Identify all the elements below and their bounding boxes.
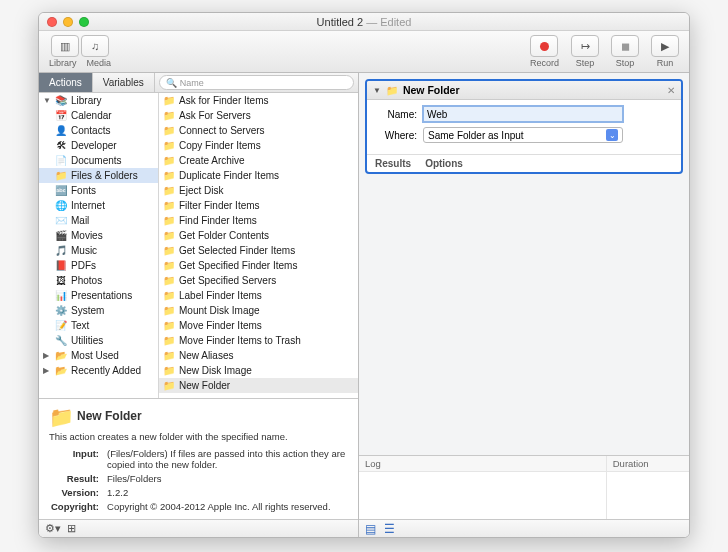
record-button[interactable]	[530, 35, 558, 57]
description-summary: This action creates a new folder with th…	[49, 431, 348, 442]
library-tabs: Actions Variables 🔍 Name	[39, 73, 358, 93]
media-label: Media	[87, 58, 112, 68]
library-toggle[interactable]: ▥ ♫ Library Media	[49, 35, 111, 68]
step-label: Step	[576, 58, 595, 68]
action-item[interactable]: 📁Get Specified Servers	[159, 273, 358, 288]
window-edited-indicator: — Edited	[363, 16, 411, 28]
category-item[interactable]: ✉️Mail	[39, 213, 158, 228]
category-item[interactable]: 🖼Photos	[39, 273, 158, 288]
results-tab[interactable]: Results	[375, 158, 411, 169]
category-item[interactable]: 🎬Movies	[39, 228, 158, 243]
action-item[interactable]: 📁Find Finder Items	[159, 213, 358, 228]
where-field-label: Where:	[377, 130, 417, 141]
category-item[interactable]: 📄Documents	[39, 153, 158, 168]
folder-icon: 📁	[49, 405, 71, 427]
log-area: Log Duration	[359, 455, 689, 519]
folder-icon: 📁	[386, 85, 398, 96]
action-item[interactable]: 📁Ask For Servers	[159, 108, 358, 123]
action-item[interactable]: 📁Copy Finder Items	[159, 138, 358, 153]
action-item[interactable]: 📁Ask for Finder Items	[159, 93, 358, 108]
search-input[interactable]: 🔍 Name	[159, 75, 354, 90]
category-item[interactable]: 🔧Utilities	[39, 333, 158, 348]
action-item[interactable]: 📁Get Specified Finder Items	[159, 258, 358, 273]
remove-action-button[interactable]: ✕	[667, 85, 675, 96]
search-icon: 🔍	[166, 78, 177, 88]
action-item[interactable]: 📁Mount Disk Image	[159, 303, 358, 318]
category-item[interactable]: 📁Files & Folders	[39, 168, 158, 183]
action-item[interactable]: 📁Move Finder Items	[159, 318, 358, 333]
right-statusbar: ▤ ☰	[359, 519, 689, 537]
titlebar: Untitled 2 — Edited	[39, 13, 689, 31]
grid-icon[interactable]: ⊞	[67, 522, 76, 535]
category-item[interactable]: 👤Contacts	[39, 123, 158, 138]
action-item[interactable]: 📁Get Folder Contents	[159, 228, 358, 243]
tab-actions[interactable]: Actions	[39, 73, 93, 92]
window-title-text: Untitled 2	[317, 16, 363, 28]
run-label: Run	[657, 58, 674, 68]
name-field[interactable]	[423, 106, 623, 122]
dropdown-arrow-icon: ⌄	[606, 129, 618, 141]
desc-input-value: (Files/Folders) If files are passed into…	[107, 448, 346, 471]
action-item[interactable]: 📁Get Selected Finder Items	[159, 243, 358, 258]
media-icon: ♫	[81, 35, 109, 57]
action-item[interactable]: 📁Filter Finder Items	[159, 198, 358, 213]
category-root[interactable]: ▼📚Library	[39, 93, 158, 108]
action-description: 📁 New Folder This action creates a new f…	[39, 398, 358, 519]
category-item[interactable]: 🔤Fonts	[39, 183, 158, 198]
category-item[interactable]: 📊Presentations	[39, 288, 158, 303]
category-footer-item[interactable]: ▶📂Most Used	[39, 348, 158, 363]
log-view-alt-icon[interactable]: ☰	[384, 522, 395, 536]
action-item[interactable]: 📁New Folder	[159, 378, 358, 393]
category-footer-item[interactable]: ▶📂Recently Added	[39, 363, 158, 378]
library-label: Library	[49, 58, 77, 68]
search-placeholder: Name	[180, 78, 204, 88]
where-value: Same Folder as Input	[428, 130, 524, 141]
workflow-canvas[interactable]: ▼ 📁 New Folder ✕ Name: Where:	[359, 73, 689, 455]
category-item[interactable]: 🛠Developer	[39, 138, 158, 153]
disclosure-icon[interactable]: ▼	[373, 86, 381, 95]
duration-header: Duration	[607, 456, 689, 472]
category-item[interactable]: 🎵Music	[39, 243, 158, 258]
action-item[interactable]: 📁Eject Disk	[159, 183, 358, 198]
action-item[interactable]: 📁Move Finder Items to Trash	[159, 333, 358, 348]
tab-variables[interactable]: Variables	[93, 73, 155, 92]
name-field-label: Name:	[377, 109, 417, 120]
action-item[interactable]: 📁Duplicate Finder Items	[159, 168, 358, 183]
category-item[interactable]: ⚙️System	[39, 303, 158, 318]
stop-label: Stop	[616, 58, 635, 68]
action-item[interactable]: 📁Connect to Servers	[159, 123, 358, 138]
category-item[interactable]: 📕PDFs	[39, 258, 158, 273]
desc-input-label: Input:	[51, 448, 105, 471]
desc-version-label: Version:	[51, 487, 105, 499]
desc-copyright-label: Copyright:	[51, 501, 105, 513]
action-item[interactable]: 📁New Aliases	[159, 348, 358, 363]
action-item[interactable]: 📁New Disk Image	[159, 363, 358, 378]
toolbar: ▥ ♫ Library Media Record Step Stop Run	[39, 31, 689, 73]
desc-copyright-value: Copyright © 2004-2012 Apple Inc. All rig…	[107, 501, 346, 513]
category-list[interactable]: ▼📚Library📅Calendar👤Contacts🛠Developer📄Do…	[39, 93, 159, 398]
app-window: Untitled 2 — Edited ▥ ♫ Library Media Re…	[38, 12, 690, 538]
desc-result-value: Files/Folders	[107, 473, 346, 485]
library-icon: ▥	[51, 35, 79, 57]
action-item[interactable]: 📁Label Finder Items	[159, 288, 358, 303]
run-button[interactable]	[651, 35, 679, 57]
log-header: Log	[359, 456, 606, 472]
stop-button[interactable]	[611, 35, 639, 57]
desc-version-value: 1.2.2	[107, 487, 346, 499]
log-view-icon[interactable]: ▤	[365, 522, 376, 536]
left-statusbar: ⚙︎▾ ⊞	[39, 519, 358, 537]
options-tab[interactable]: Options	[425, 158, 463, 169]
step-button[interactable]	[571, 35, 599, 57]
category-item[interactable]: 📝Text	[39, 318, 158, 333]
gear-icon[interactable]: ⚙︎▾	[45, 522, 61, 535]
desc-result-label: Result:	[51, 473, 105, 485]
category-item[interactable]: 🌐Internet	[39, 198, 158, 213]
description-title: New Folder	[77, 409, 142, 423]
action-card-title: New Folder	[403, 84, 460, 96]
record-label: Record	[530, 58, 559, 68]
action-list[interactable]: 📁Ask for Finder Items📁Ask For Servers📁Co…	[159, 93, 358, 398]
workflow-action-new-folder[interactable]: ▼ 📁 New Folder ✕ Name: Where:	[365, 79, 683, 174]
action-item[interactable]: 📁Create Archive	[159, 153, 358, 168]
where-dropdown[interactable]: Same Folder as Input ⌄	[423, 127, 623, 143]
category-item[interactable]: 📅Calendar	[39, 108, 158, 123]
